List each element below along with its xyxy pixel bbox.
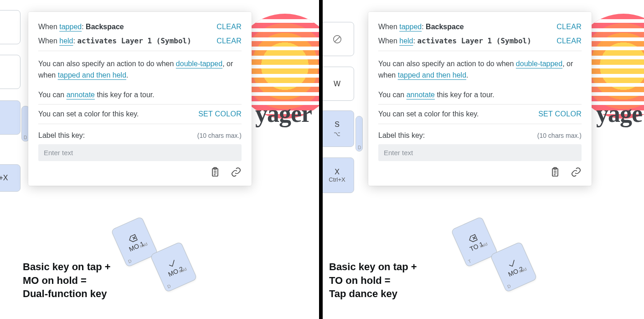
text: . — [466, 71, 468, 79]
svg-line-7 — [133, 236, 136, 240]
caption-line: MO on hold = — [23, 274, 111, 288]
chars-max-text: (10 chars max.) — [197, 132, 242, 139]
key-blank[interactable] — [0, 55, 21, 89]
key-plus-x[interactable]: +X — [0, 164, 21, 192]
when-held-row: When held: activates Layer 1 (Symbol) CL… — [378, 34, 582, 51]
label-this-key-text: Label this key: — [38, 131, 85, 140]
text: . — [126, 71, 128, 79]
key-s[interactable]: S ⌥ — [323, 110, 354, 147]
caption-line: Basic key on tap + — [329, 260, 417, 274]
right-panel: yage W S ⌥ D X Ctrl+X When tapped: Backs… — [323, 0, 644, 319]
text: this key for a tour. — [435, 91, 495, 99]
thumb-key-mo2[interactable]: MO 2 hold D — [490, 241, 537, 293]
thumb-key-to1[interactable]: TO 1 hold T — [451, 216, 498, 267]
tapped-value: Backspace — [86, 23, 124, 31]
key-label-input[interactable] — [378, 144, 582, 161]
key-blank[interactable] — [323, 22, 354, 56]
corner-label: T — [467, 258, 472, 264]
key-label: S — [335, 120, 340, 129]
annotate-link[interactable]: annotate — [67, 91, 95, 99]
text: When — [378, 37, 399, 45]
held-link[interactable]: held — [399, 37, 413, 45]
when-tapped-row: When tapped: Backspace CLEAR — [378, 20, 582, 34]
text: : — [82, 23, 86, 31]
brand-text-fragment: yager — [255, 99, 312, 128]
color-text: You can set a color for this key. — [378, 110, 479, 118]
svg-line-10 — [335, 37, 340, 42]
double-tapped-link[interactable]: double-tapped — [516, 60, 562, 68]
key-x-ctrl[interactable]: X Ctrl+X — [323, 157, 354, 193]
clear-held-button[interactable]: CLEAR — [216, 37, 242, 45]
when-held-row: When held: activates Layer 1 (Symbol) CL… — [38, 34, 242, 51]
caption-line: TO on hold = — [329, 274, 417, 288]
key-label-input[interactable] — [38, 144, 242, 161]
key-editor-popover: When tapped: Backspace CLEAR When held: … — [28, 12, 252, 186]
key-corner-label: D — [24, 135, 27, 140]
left-panel: yager D +X When tapped: Backspace CLEAR … — [0, 0, 322, 319]
annotate-para: You can annotate this key for a tour. — [38, 85, 242, 105]
held-value: activates Layer 1 (Symbol) — [417, 37, 531, 45]
label-this-key-text: Label this key: — [378, 131, 425, 140]
clear-tapped-button[interactable]: CLEAR — [556, 23, 582, 31]
extra-actions-para: You can also specify an action to do whe… — [38, 54, 242, 85]
corner-label: D — [166, 283, 171, 289]
key-corner-label: D — [358, 145, 361, 150]
caption-line: Basic key on tap + — [23, 260, 111, 274]
clipboard-icon[interactable] — [550, 167, 561, 179]
annotate-link[interactable]: annotate — [407, 91, 435, 99]
extra-actions-para: You can also specify an action to do whe… — [378, 54, 582, 85]
clear-tapped-button[interactable]: CLEAR — [216, 23, 242, 31]
key-blank[interactable] — [0, 10, 21, 44]
tapped-then-held-link[interactable]: tapped and then held — [398, 71, 466, 79]
held-value: activates Layer 1 (Symbol) — [77, 37, 191, 45]
text: You can also specify an action to do whe… — [38, 60, 176, 68]
thumb-key-mo1[interactable]: MO 1 hold D — [111, 216, 158, 267]
key-w[interactable]: W — [323, 67, 354, 101]
key-label: +X — [0, 174, 8, 182]
tapped-link[interactable]: tapped — [59, 23, 82, 31]
annotate-para: You can annotate this key for a tour. — [378, 85, 582, 105]
double-tapped-link[interactable]: double-tapped — [176, 60, 222, 68]
text: When — [378, 23, 399, 31]
key-fragment[interactable]: D — [355, 116, 363, 152]
text: You can — [38, 91, 67, 99]
link-icon[interactable] — [571, 167, 582, 179]
tapped-value: Backspace — [426, 23, 464, 31]
text: : — [422, 23, 426, 31]
corner-label: D — [127, 258, 132, 264]
color-row: You can set a color for this key. SET CO… — [378, 107, 582, 124]
key-sublabel: Ctrl+X — [329, 176, 345, 183]
thumb-key-mo2[interactable]: MO 2 hold D — [150, 241, 197, 293]
label-row: Label this key: (10 chars max.) — [378, 127, 582, 140]
key-blank[interactable] — [0, 100, 21, 135]
chars-max-text: (10 chars max.) — [537, 132, 582, 139]
key-editor-popover: When tapped: Backspace CLEAR When held: … — [368, 12, 592, 186]
caption-line: Dual-function key — [23, 287, 111, 301]
link-icon[interactable] — [231, 167, 242, 179]
key-label: X — [335, 168, 340, 176]
key-label: W — [334, 80, 340, 88]
tapped-link[interactable]: tapped — [399, 23, 422, 31]
text: this key for a tour. — [95, 91, 155, 99]
panel-divider — [319, 0, 323, 319]
clipboard-icon[interactable] — [210, 167, 221, 179]
text: You can also specify an action to do whe… — [378, 60, 516, 68]
color-text: You can set a color for this key. — [38, 110, 139, 118]
held-link[interactable]: held — [59, 37, 73, 45]
label-row: Label this key: (10 chars max.) — [38, 127, 242, 140]
text: When — [38, 37, 59, 45]
clear-held-button[interactable]: CLEAR — [556, 37, 582, 45]
text: When — [38, 23, 59, 31]
when-tapped-row: When tapped: Backspace CLEAR — [38, 20, 242, 34]
left-caption: Basic key on tap + MO on hold = Dual-fun… — [23, 260, 111, 301]
set-color-button[interactable]: SET COLOR — [538, 110, 582, 118]
option-glyph: ⌥ — [334, 131, 340, 137]
right-caption: Basic key on tap + TO on hold = Tap danc… — [329, 260, 417, 301]
set-color-button[interactable]: SET COLOR — [198, 110, 242, 118]
corner-label: D — [506, 283, 511, 289]
color-row: You can set a color for this key. SET CO… — [38, 107, 242, 124]
svg-line-17 — [473, 236, 476, 240]
caption-line: Tap dance key — [329, 287, 417, 301]
text: You can — [378, 91, 407, 99]
tapped-then-held-link[interactable]: tapped and then held — [58, 71, 126, 79]
